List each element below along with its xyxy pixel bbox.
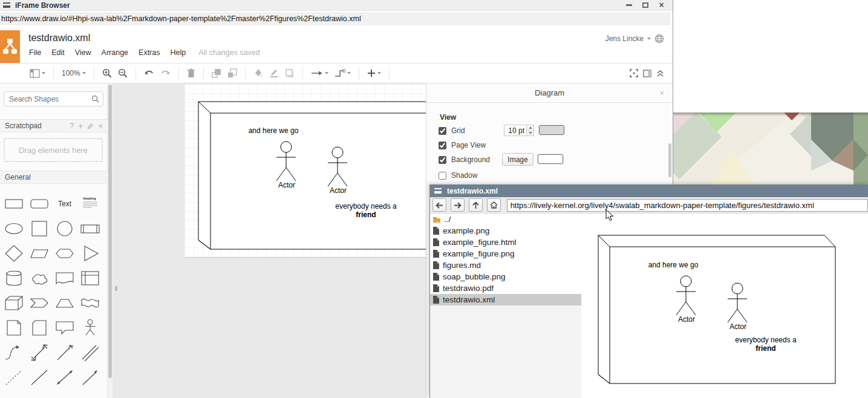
- maximize-button[interactable]: [641, 2, 649, 8]
- scratchpad-help-button[interactable]: ?: [70, 122, 74, 130]
- menu-extras[interactable]: Extras: [139, 48, 160, 57]
- shape-parallelogram[interactable]: [27, 241, 52, 266]
- shape-circle[interactable]: [52, 216, 77, 241]
- scratchpad-close-button[interactable]: ×: [98, 122, 103, 131]
- panel-close-button[interactable]: ×: [659, 88, 664, 97]
- forward-button[interactable]: [451, 198, 465, 212]
- background-color-swatch[interactable]: [538, 154, 563, 164]
- minimize-button[interactable]: [625, 2, 633, 8]
- file-row-parent-dir[interactable]: ../: [430, 214, 581, 225]
- general-section-header[interactable]: General: [0, 171, 108, 184]
- menu-help[interactable]: Help: [171, 48, 186, 57]
- back-button[interactable]: [432, 198, 446, 212]
- fullscreen-button[interactable]: [630, 69, 638, 77]
- panel-scrollbar-thumb[interactable]: [668, 143, 671, 177]
- scratchpad-drop-zone[interactable]: Drag elements here: [4, 138, 103, 162]
- connection-style-button[interactable]: [311, 70, 328, 77]
- shape-curve[interactable]: [1, 340, 27, 365]
- shape-line[interactable]: [27, 365, 52, 390]
- insert-button[interactable]: [367, 69, 381, 77]
- scratchpad-header[interactable]: Scratchpad ? + ×: [0, 119, 108, 132]
- menu-edit[interactable]: Edit: [51, 48, 65, 57]
- shape-cloud[interactable]: [27, 266, 52, 290]
- shape-bidirectional-arrow[interactable]: [27, 340, 52, 365]
- shape-internal-storage[interactable]: [77, 266, 103, 290]
- line-color-button[interactable]: [269, 68, 279, 78]
- format-panel-toggle-button[interactable]: [643, 70, 651, 77]
- grid-color-swatch[interactable]: [539, 125, 564, 135]
- shape-document[interactable]: [52, 266, 77, 290]
- scratchpad-edit-pencil-icon[interactable]: [87, 123, 94, 129]
- iframe-browser-titlebar[interactable]: iFrame Browser ×: [0, 0, 673, 11]
- delete-button[interactable]: [187, 68, 195, 78]
- file-row[interactable]: figures.md: [430, 259, 581, 271]
- shape-step[interactable]: [27, 290, 52, 315]
- shape-cube[interactable]: [1, 290, 27, 315]
- drawio-logo[interactable]: [0, 30, 20, 63]
- shape-triangle[interactable]: [77, 241, 103, 266]
- sidebar-collapse-grip[interactable]: ‖: [115, 285, 117, 292]
- scratchpad-add-button[interactable]: +: [78, 121, 83, 131]
- spinner-down-button[interactable]: [527, 130, 534, 135]
- file-row[interactable]: soap_bubble.png: [430, 271, 581, 282]
- shape-textbox[interactable]: Heading: [77, 191, 103, 216]
- menu-view[interactable]: View: [75, 48, 91, 57]
- undo-button[interactable]: [144, 69, 154, 77]
- shape-cylinder[interactable]: [1, 266, 27, 290]
- up-button[interactable]: [469, 198, 483, 212]
- zoom-out-button[interactable]: [118, 68, 128, 78]
- shape-trapezoid[interactable]: [52, 290, 77, 315]
- zoom-level-dropdown[interactable]: 100%: [62, 69, 86, 77]
- shape-card[interactable]: [27, 315, 52, 340]
- file-row-selected[interactable]: testdrawio.xml: [430, 294, 581, 305]
- window-menu-icon[interactable]: [3, 2, 10, 8]
- shape-rounded-rectangle[interactable]: [27, 191, 52, 216]
- to-back-button[interactable]: [227, 68, 237, 78]
- file-row[interactable]: testdrawio.pdf: [430, 282, 581, 294]
- shape-note[interactable]: [1, 315, 27, 340]
- shape-callout[interactable]: [52, 315, 77, 340]
- language-globe-icon[interactable]: [654, 34, 664, 44]
- shape-ellipse[interactable]: [1, 216, 27, 241]
- tab-diagram[interactable]: Diagram: [535, 88, 564, 97]
- shape-link[interactable]: [77, 340, 103, 365]
- shape-directional-connector[interactable]: [77, 365, 103, 390]
- shape-text[interactable]: Text: [52, 191, 77, 216]
- to-front-button[interactable]: [212, 68, 221, 78]
- home-button[interactable]: [487, 198, 501, 212]
- shape-hexagon[interactable]: [52, 241, 77, 266]
- format-panel-tabs[interactable]: Diagram ×: [426, 83, 673, 103]
- fill-color-button[interactable]: [253, 68, 263, 78]
- shape-tape[interactable]: [77, 290, 103, 315]
- close-button[interactable]: ×: [658, 2, 665, 8]
- background-checkbox[interactable]: [439, 156, 446, 164]
- menu-file[interactable]: File: [29, 48, 41, 57]
- search-shapes-input[interactable]: [4, 91, 103, 106]
- redo-button[interactable]: [160, 69, 171, 77]
- shape-square[interactable]: [27, 216, 52, 241]
- collapse-toolbar-button[interactable]: [656, 70, 664, 77]
- file-browser-url-input[interactable]: https://lively-kernel.org/lively4/swalab…: [507, 199, 868, 212]
- file-row[interactable]: example_figure.png: [430, 248, 581, 259]
- grid-size-input[interactable]: [504, 125, 527, 136]
- page-view-checkbox[interactable]: [439, 142, 446, 149]
- sidebar-scrollbar-thumb[interactable]: [108, 85, 112, 378]
- shape-arrow[interactable]: [52, 340, 77, 365]
- menu-arrange[interactable]: Arrange: [102, 48, 128, 57]
- waypoint-style-button[interactable]: [334, 69, 351, 77]
- user-menu[interactable]: Jens Lincke: [605, 34, 664, 44]
- background-image-button[interactable]: Image: [502, 153, 534, 166]
- file-browser-menu-icon[interactable]: [434, 188, 442, 194]
- browser-url-input[interactable]: https://www.draw.io/#Hhpi-swa-lab%2Fmark…: [0, 12, 670, 25]
- sidebar-scrollbar[interactable]: [108, 83, 113, 398]
- shape-dashed-line[interactable]: [1, 365, 27, 390]
- zoom-in-button[interactable]: [102, 68, 112, 78]
- shadow-button[interactable]: [285, 68, 295, 78]
- shape-bidirectional-connector[interactable]: [52, 365, 77, 390]
- file-row[interactable]: example.png: [430, 225, 581, 237]
- shape-diamond[interactable]: [1, 241, 27, 266]
- shape-rectangle[interactable]: [1, 191, 27, 216]
- file-browser-titlebar[interactable]: testdrawio.xml: [430, 184, 868, 197]
- file-row[interactable]: example_figure.html: [430, 237, 581, 248]
- shape-actor[interactable]: [77, 315, 103, 340]
